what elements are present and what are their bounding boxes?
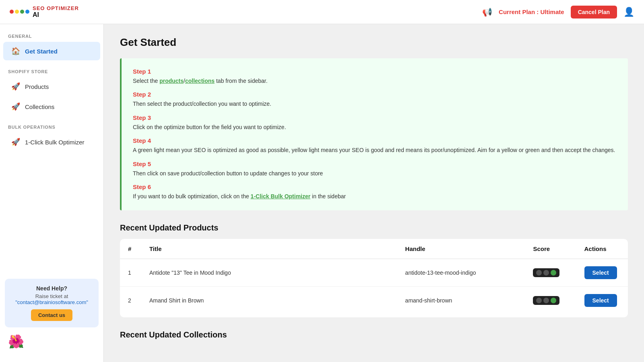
dot-green: [20, 10, 24, 14]
score-dot-dark: [543, 298, 549, 303]
row-action: Select: [576, 259, 628, 287]
logo-text: SEO OPTIMIZER AI: [33, 6, 79, 19]
step-3-text: Click on the optimize button for the fie…: [133, 123, 617, 132]
user-avatar-icon: 👤: [623, 7, 634, 17]
dot-blue: [25, 10, 29, 14]
bulk-section-label: BULK OPERATIONS: [0, 121, 103, 132]
sidebar-products-label: Products: [25, 83, 49, 90]
plan-prefix: Current Plan :: [499, 8, 540, 15]
shopify-section-label: SHOPIFY STORE: [0, 66, 103, 76]
score-dot-green: [551, 298, 556, 303]
step-1-label: Step 1: [133, 68, 617, 75]
bulk-icon: 🚀: [11, 138, 20, 146]
dot-red: [10, 10, 14, 14]
step-6-text: If you want to do bulk optimization, cli…: [133, 192, 617, 201]
step-5-label: Step 5: [133, 160, 617, 167]
dot-yellow: [15, 10, 19, 14]
recent-collections-title: Recent Updated Collections: [120, 330, 628, 339]
help-subtitle: Raise ticket at: [11, 293, 92, 299]
select-button[interactable]: Select: [584, 266, 617, 279]
help-card: Need Help? Raise ticket at "contact@brai…: [5, 279, 99, 327]
row-score: [525, 259, 576, 287]
logo-dots: [10, 10, 29, 14]
step-1-text: Select the products/collections tab from…: [133, 76, 617, 85]
score-dot-dark: [543, 270, 549, 276]
score-dots: [533, 268, 559, 277]
sidebar-item-bulk-optimizer[interactable]: 🚀 1-Click Bulk Optimizer: [3, 133, 100, 151]
recent-products-title: Recent Updated Products: [120, 223, 628, 232]
main-content: Get Started Step 1 Select the products/c…: [104, 24, 644, 362]
step-6-label: Step 6: [133, 183, 617, 190]
help-title: Need Help?: [11, 285, 92, 292]
products-icon: 🚀: [11, 82, 20, 91]
table-row: 1Antidote "13" Tee in Mood Indigoantidot…: [120, 259, 628, 287]
sidebar-bulk-label: 1-Click Bulk Optimizer: [25, 139, 85, 146]
products-tbody: 1Antidote "13" Tee in Mood Indigoantidot…: [120, 259, 628, 315]
step-2-text: Then select the product/collection you w…: [133, 99, 617, 108]
products-link[interactable]: products: [159, 78, 184, 84]
row-title: Amand Shirt in Brown: [141, 287, 397, 315]
sidebar-get-started-label: Get Started: [25, 48, 58, 55]
step-5-text: Then click on save product/collection bu…: [133, 169, 617, 178]
topbar-right: 📢 Current Plan : Ultimate Cancel Plan 👤: [482, 6, 634, 19]
sidebar-item-get-started[interactable]: 🏠 Get Started: [3, 42, 100, 60]
sidebar-bottom: Need Help? Raise ticket at "contact@brai…: [0, 272, 103, 356]
collections-link[interactable]: collections: [185, 78, 215, 84]
plan-info: Current Plan : Ultimate: [499, 8, 564, 15]
step-4-text: A green light mean your SEO is optimized…: [133, 146, 617, 154]
score-dot-dark: [536, 298, 542, 303]
sidebar-item-collections[interactable]: 🚀 Collections: [3, 97, 100, 116]
row-num: 2: [120, 287, 141, 315]
topbar: SEO OPTIMIZER AI 📢 Current Plan : Ultima…: [0, 0, 644, 24]
row-num: 1: [120, 259, 141, 287]
logo-sub: AI: [33, 11, 79, 19]
megaphone-icon: 📢: [482, 7, 492, 17]
select-button[interactable]: Select: [584, 294, 617, 307]
row-score: [525, 287, 576, 315]
row-action: Select: [576, 287, 628, 315]
col-score-header: Score: [525, 239, 576, 259]
products-table-card: # Title Handle Score Actions 1Antidote "…: [120, 239, 628, 317]
home-icon: 🏠: [11, 47, 20, 56]
sidebar-collections-label: Collections: [25, 103, 54, 110]
step-3-label: Step 3: [133, 114, 617, 121]
table-row: 2Amand Shirt in Brownamand-shirt-brownSe…: [120, 287, 628, 315]
contact-us-button[interactable]: Contact us: [31, 309, 72, 321]
sidebar: GENERAL 🏠 Get Started SHOPIFY STORE 🚀 Pr…: [0, 24, 104, 362]
plan-name: Ultimate: [540, 8, 564, 15]
logo: SEO OPTIMIZER AI: [10, 6, 79, 19]
score-dots: [533, 296, 559, 305]
flower-icon: 🌺: [5, 334, 99, 349]
general-section-label: GENERAL: [0, 31, 103, 41]
row-title: Antidote "13" Tee in Mood Indigo: [141, 259, 397, 287]
step-2-label: Step 2: [133, 91, 617, 98]
table-header: # Title Handle Score Actions: [120, 239, 628, 259]
col-num-header: #: [120, 239, 141, 259]
page-title: Get Started: [120, 36, 628, 49]
score-dot-dark: [536, 270, 542, 276]
col-actions-header: Actions: [576, 239, 628, 259]
col-handle-header: Handle: [397, 239, 525, 259]
cancel-plan-button[interactable]: Cancel Plan: [571, 6, 617, 19]
bulk-optimizer-link[interactable]: 1-Click Bulk Optimizer: [251, 193, 311, 200]
col-title-header: Title: [141, 239, 397, 259]
row-handle: amand-shirt-brown: [397, 287, 525, 315]
help-email: "contact@brainiosoftware.com": [11, 299, 92, 305]
score-dot-green: [551, 270, 556, 276]
step-4-label: Step 4: [133, 137, 617, 144]
logo-title: SEO OPTIMIZER: [33, 6, 79, 11]
row-handle: antidote-13-tee-mood-indigo: [397, 259, 525, 287]
products-table: # Title Handle Score Actions 1Antidote "…: [120, 239, 628, 314]
getting-started-box: Step 1 Select the products/collections t…: [120, 58, 628, 210]
layout: GENERAL 🏠 Get Started SHOPIFY STORE 🚀 Pr…: [0, 24, 644, 362]
sidebar-item-products[interactable]: 🚀 Products: [3, 77, 100, 96]
collections-icon: 🚀: [11, 102, 20, 111]
